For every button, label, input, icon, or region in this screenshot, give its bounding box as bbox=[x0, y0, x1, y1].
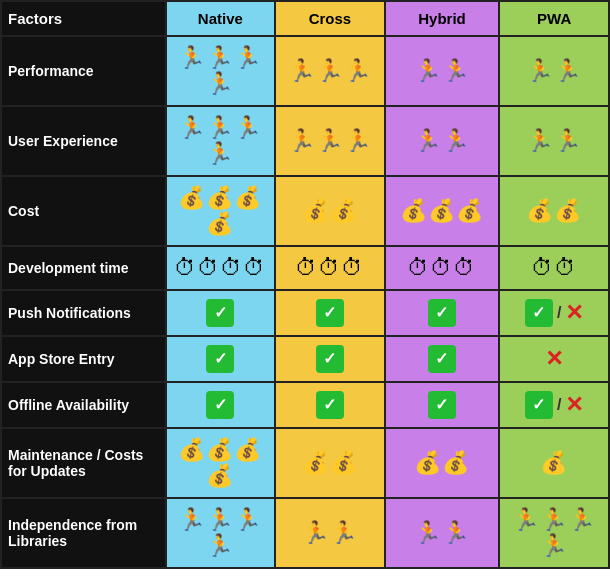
table-cell: ✓ bbox=[166, 382, 276, 428]
table-cell: 💰💰💰💰 bbox=[166, 428, 276, 498]
factor-label: Development time bbox=[1, 246, 166, 290]
header-pwa: PWA bbox=[499, 1, 609, 36]
table-cell: 💰💰 bbox=[499, 176, 609, 246]
factor-label: App Store Entry bbox=[1, 336, 166, 382]
header-native: Native bbox=[166, 1, 276, 36]
factor-label: Performance bbox=[1, 36, 166, 106]
table-cell: 🏃🏃 bbox=[385, 498, 500, 568]
table-cell: 💰💰💰 bbox=[385, 176, 500, 246]
table-cell: ✓/✕ bbox=[499, 290, 609, 336]
table-cell: 💰💰 bbox=[385, 428, 500, 498]
table-cell: ⏱⏱⏱ bbox=[385, 246, 500, 290]
table-cell: ✓ bbox=[275, 336, 385, 382]
factor-label: Maintenance / Costs for Updates bbox=[1, 428, 166, 498]
table-cell: 🏃🏃🏃 bbox=[275, 36, 385, 106]
table-cell: 🏃🏃 bbox=[499, 36, 609, 106]
table-cell: 🏃🏃 bbox=[385, 36, 500, 106]
table-cell: ✓ bbox=[385, 290, 500, 336]
table-cell: 💰💰💰💰 bbox=[166, 176, 276, 246]
table-row: Development time⏱⏱⏱⏱⏱⏱⏱⏱⏱⏱⏱⏱ bbox=[1, 246, 609, 290]
factor-label: Push Notifications bbox=[1, 290, 166, 336]
header-hybrid: Hybrid bbox=[385, 1, 500, 36]
table-row: Independence from Libraries🏃🏃🏃🏃🏃🏃🏃🏃🏃🏃🏃🏃 bbox=[1, 498, 609, 568]
table-cell: ⏱⏱⏱⏱ bbox=[166, 246, 276, 290]
header-factors: Factors bbox=[1, 1, 166, 36]
factor-label: Independence from Libraries bbox=[1, 498, 166, 568]
table-cell: ✓ bbox=[385, 336, 500, 382]
table-cell: 🏃🏃🏃🏃 bbox=[499, 498, 609, 568]
table-cell: 🏃🏃🏃 bbox=[275, 106, 385, 176]
table-cell: 🏃🏃🏃🏃 bbox=[166, 498, 276, 568]
table-row: Maintenance / Costs for Updates💰💰💰💰💰💰💰💰💰 bbox=[1, 428, 609, 498]
table-row: Cost💰💰💰💰💰💰💰💰💰💰💰 bbox=[1, 176, 609, 246]
table-cell: 🏃🏃 bbox=[499, 106, 609, 176]
table-cell: 🏃🏃 bbox=[275, 498, 385, 568]
table-cell: ⏱⏱⏱ bbox=[275, 246, 385, 290]
table-cell: 💰💰 bbox=[275, 176, 385, 246]
table-row: Push Notifications✓✓✓✓/✕ bbox=[1, 290, 609, 336]
table-cell: ✓ bbox=[385, 382, 500, 428]
table-row: Offline Availability✓✓✓✓/✕ bbox=[1, 382, 609, 428]
table-cell: ✓ bbox=[166, 290, 276, 336]
table-cell: ✓ bbox=[166, 336, 276, 382]
table-cell: 💰 bbox=[499, 428, 609, 498]
factor-label: Cost bbox=[1, 176, 166, 246]
table-row: User Experience🏃🏃🏃🏃🏃🏃🏃🏃🏃🏃🏃 bbox=[1, 106, 609, 176]
table-cell: ✕ bbox=[499, 336, 609, 382]
table-cell: ✓ bbox=[275, 382, 385, 428]
table-cell: 🏃🏃🏃🏃 bbox=[166, 106, 276, 176]
table-cell: ✓ bbox=[275, 290, 385, 336]
table-row: Performance🏃🏃🏃🏃🏃🏃🏃🏃🏃🏃🏃 bbox=[1, 36, 609, 106]
factor-label: Offline Availability bbox=[1, 382, 166, 428]
header-cross: Cross bbox=[275, 1, 385, 36]
factor-label: User Experience bbox=[1, 106, 166, 176]
table-cell: ✓/✕ bbox=[499, 382, 609, 428]
table-cell: ⏱⏱ bbox=[499, 246, 609, 290]
table-cell: 🏃🏃 bbox=[385, 106, 500, 176]
table-cell: 💰💰 bbox=[275, 428, 385, 498]
table-row: App Store Entry✓✓✓✕ bbox=[1, 336, 609, 382]
table-cell: 🏃🏃🏃🏃 bbox=[166, 36, 276, 106]
